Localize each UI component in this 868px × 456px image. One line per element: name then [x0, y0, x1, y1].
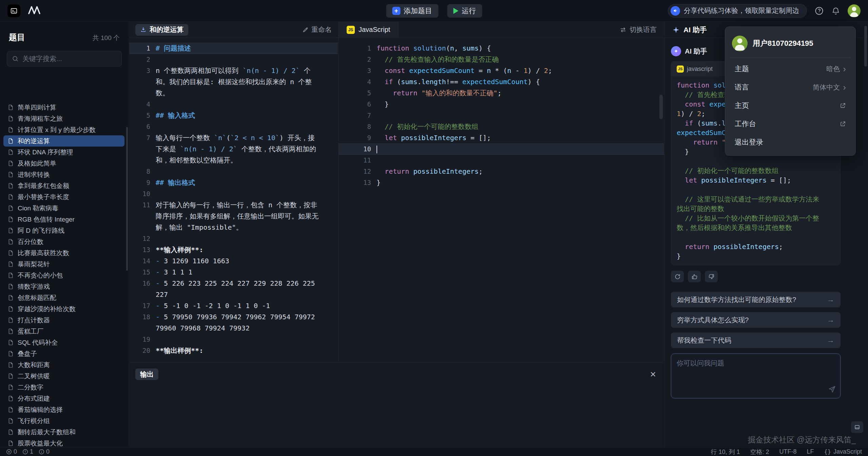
sidebar-item[interactable]: 创意标题匹配 — [3, 292, 124, 303]
sidebar-item[interactable]: 暴雨梨花针 — [3, 259, 124, 270]
user-menu-item[interactable]: 退出登录 — [728, 133, 853, 151]
sidebar-item[interactable]: 百分位数 — [3, 236, 124, 247]
sidebar-item-label: 分布式团建 — [18, 394, 50, 403]
editor-line: 12 — [129, 233, 338, 244]
sidebar-item[interactable]: SQL 代码补全 — [3, 337, 124, 348]
editor-scrollbar[interactable] — [659, 95, 663, 119]
sidebar-item[interactable]: 分布式团建 — [3, 393, 124, 404]
sidebar-item[interactable]: 不再贪心的小包 — [3, 270, 124, 281]
chevron-right-icon: › — [843, 64, 846, 73]
ai-input[interactable] — [671, 354, 840, 398]
sidebar-item[interactable]: RGB 色值转 Integer — [3, 214, 124, 225]
editor-line: 20**输出样例**: — [129, 345, 338, 356]
ai-suggestion[interactable]: 如何通过数学方法找出可能的原始整数?→ — [671, 292, 841, 307]
problem-sidebar: 题目 共 100 个 简单四则计算青海湖租车之旅计算位置 x 到 y 的最少步数… — [0, 22, 129, 447]
app-root: + 添加题目 运行 分享代码练习体验，领取限量定制周边 — [0, 0, 868, 456]
sidebar-item[interactable]: 打点计数器 — [3, 315, 124, 326]
ai-suggestion[interactable]: 穷举方式具体怎么实现?→ — [671, 312, 841, 328]
thumbs-up-button[interactable] — [688, 271, 701, 282]
encoding[interactable]: UTF-8 — [779, 448, 796, 455]
sidebar-item[interactable]: 阿 D 的飞行路线 — [3, 225, 124, 236]
close-icon[interactable]: × — [650, 369, 656, 379]
eol[interactable]: LF — [807, 448, 814, 455]
bell-icon[interactable] — [831, 6, 840, 15]
problem-editor[interactable]: 1# 问题描述23n 个整数两两相加可以得到 `n(n - 1) / 2` 个和… — [129, 38, 338, 363]
sidebar-item[interactable]: 叠盘子 — [3, 348, 124, 359]
sidebar-item[interactable]: 股票收益最大化 — [3, 438, 124, 447]
document-icon — [7, 429, 14, 435]
cursor-position[interactable]: 行 10, 列 1 — [711, 448, 740, 456]
sidebar-item[interactable]: 二叉树供暖 — [3, 370, 124, 382]
sidebar-scrollbar[interactable] — [126, 127, 128, 271]
output-panel: 输出 × — [129, 363, 664, 447]
problem-list[interactable]: 简单四则计算青海湖租车之旅计算位置 x 到 y 的最少步数和的逆运算环状 DNA… — [3, 102, 124, 447]
problems-info[interactable]: 0 — [39, 448, 50, 455]
sidebar-item[interactable]: 最小替换子串长度 — [3, 191, 124, 203]
user-menu-item[interactable]: 工作台 — [728, 115, 853, 133]
sidebar-item[interactable]: 飞行棋分组 — [3, 415, 124, 426]
editor-line: 7 — [339, 110, 664, 121]
sidebar-item[interactable]: 比赛最高获胜次数 — [3, 247, 124, 259]
sidebar-item[interactable]: 拿到最多红包金额 — [3, 180, 124, 191]
sidebar-item[interactable]: 大数和距离 — [3, 359, 124, 370]
sidebar-item[interactable]: 和的逆运算 — [3, 135, 124, 147]
line-number: 5 — [339, 88, 371, 99]
info-icon — [39, 449, 44, 455]
user-menu-item[interactable]: 主页 — [728, 96, 853, 115]
menu-item-label: 退出登录 — [735, 137, 763, 147]
sidebar-item[interactable]: 蛋糕工厂 — [3, 326, 124, 337]
tab-javascript[interactable]: JS JavaScript — [339, 22, 399, 38]
javascript-icon: JS — [677, 65, 684, 73]
ai-suggestion[interactable]: 帮我检查一下代码→ — [671, 332, 841, 348]
help-icon[interactable] — [814, 6, 824, 16]
sidebar-item[interactable]: 二分数字 — [3, 382, 124, 393]
sidebar-item-label: 和的逆运算 — [18, 137, 50, 146]
user-menu-item[interactable]: 主题暗色› — [728, 60, 853, 78]
app-logo[interactable] — [7, 4, 20, 17]
sidebar-item[interactable]: 环状 DNA 序列整理 — [3, 147, 124, 158]
ai-scrollbar[interactable] — [864, 26, 867, 66]
problems-warning[interactable]: 1 — [22, 448, 33, 455]
collapse-panel-button[interactable] — [851, 421, 863, 433]
regenerate-button[interactable] — [671, 271, 684, 282]
line-number: 7 — [129, 132, 150, 144]
document-icon — [7, 317, 14, 323]
sidebar-item[interactable]: 猜数字游戏 — [3, 281, 124, 292]
suggestion-label: 如何通过数学方法找出可能的原始整数? — [677, 295, 796, 304]
rename-button[interactable]: 重命名 — [302, 25, 332, 34]
add-problem-button[interactable]: + 添加题目 — [386, 4, 438, 18]
chevron-right-icon: › — [843, 83, 846, 92]
user-menu-item[interactable]: 语言简体中文› — [728, 78, 853, 96]
add-icon: + — [392, 7, 400, 15]
thumbs-down-button[interactable] — [705, 271, 718, 282]
switch-language-button[interactable]: 切换语言 — [620, 25, 664, 34]
problem-title-badge[interactable]: 和的逆运算 — [135, 24, 188, 36]
sidebar-item[interactable]: 翻转后最大子数组和 — [3, 426, 124, 438]
marscode-logo-icon[interactable] — [28, 6, 41, 16]
sidebar-item[interactable]: 番茄编辑的选择 — [3, 404, 124, 415]
search-box[interactable] — [7, 51, 122, 66]
code-editor-lines[interactable]: 1function solution(n, sums) {2 // 首先检查输入… — [339, 38, 664, 363]
sidebar-item[interactable]: 及格如此简单 — [3, 158, 124, 169]
problem-icon — [140, 26, 147, 33]
send-icon[interactable] — [828, 385, 836, 395]
run-button[interactable]: 运行 — [447, 4, 482, 18]
code-panel: JS JavaScript 切换语言 1function solution(n,… — [338, 22, 664, 363]
sidebar-item-label: 拿到最多红包金额 — [18, 182, 69, 190]
editor-line: 9 let possibleIntegers = []; — [339, 132, 664, 144]
sidebar-item[interactable]: 简单四则计算 — [3, 102, 124, 113]
switch-language-icon — [620, 26, 626, 33]
search-input[interactable] — [22, 55, 117, 63]
sidebar-item[interactable]: 计算位置 x 到 y 的最少步数 — [3, 124, 124, 135]
indent-setting[interactable]: 空格: 2 — [750, 448, 769, 456]
language-mode[interactable]: {} JavaScript — [824, 448, 862, 455]
promo-banner[interactable]: 分享代码练习体验，领取限量定制周边 — [668, 4, 807, 18]
sidebar-item-label: 番茄编辑的选择 — [18, 405, 63, 414]
sidebar-item[interactable]: 穿越沙漠的补给次数 — [3, 303, 124, 315]
sidebar-item[interactable]: 青海湖租车之旅 — [3, 113, 124, 124]
problems-error[interactable]: 0 — [6, 448, 17, 455]
sidebar-item[interactable]: 进制求转换 — [3, 169, 124, 180]
user-avatar[interactable] — [848, 4, 861, 17]
sidebar-item[interactable]: Cion 勒索病毒 — [3, 203, 124, 214]
line-number: 16 — [129, 278, 150, 289]
